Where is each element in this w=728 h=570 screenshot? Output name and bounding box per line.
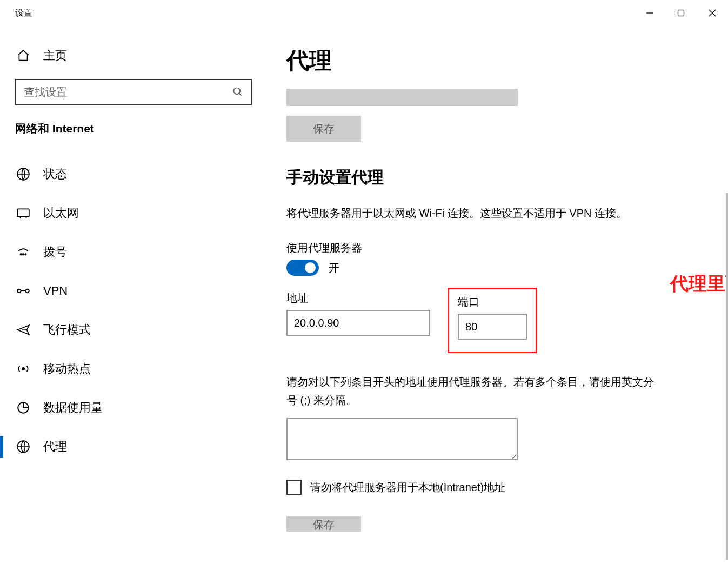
sidebar-item-label: 代理 <box>43 439 67 455</box>
address-label: 地址 <box>286 291 430 306</box>
search-box[interactable] <box>15 79 252 105</box>
close-icon <box>709 9 716 17</box>
save-button-bottom[interactable]: 保存 <box>286 516 361 532</box>
sidebar-item-label: 数据使用量 <box>43 400 103 416</box>
sidebar-item-label: VPN <box>43 284 68 298</box>
sidebar-item-label: 拨号 <box>43 244 67 260</box>
script-address-input-disabled <box>286 89 518 106</box>
hotspot-icon <box>16 362 30 376</box>
sidebar-item-dialup[interactable]: 拨号 <box>0 233 267 271</box>
close-button[interactable] <box>697 0 728 26</box>
content-scrollbar[interactable] <box>726 193 728 560</box>
local-bypass-label: 请勿将代理服务器用于本地(Intranet)地址 <box>310 480 505 495</box>
svg-point-4 <box>234 88 241 95</box>
svg-point-12 <box>25 289 29 293</box>
exclude-desc: 请勿对以下列条目开头的地址使用代理服务器。若有多个条目，请使用英文分号 (;) … <box>286 373 654 409</box>
use-proxy-toggle[interactable] <box>286 260 319 276</box>
sidebar-home-label: 主页 <box>43 48 67 64</box>
svg-rect-7 <box>17 209 29 216</box>
window-title: 设置 <box>15 8 32 19</box>
maximize-button[interactable] <box>665 0 697 26</box>
proxy-icon <box>16 440 30 454</box>
sidebar-item-status[interactable]: 状态 <box>0 155 267 194</box>
maximize-icon <box>677 9 685 17</box>
local-bypass-checkbox[interactable] <box>286 480 302 495</box>
port-label: 端口 <box>458 295 527 309</box>
minimize-button[interactable] <box>634 0 665 26</box>
port-annotation-highlight: 端口 <box>448 288 537 353</box>
sidebar-item-label: 移动热点 <box>43 361 91 377</box>
address-input[interactable] <box>286 310 430 336</box>
search-input[interactable] <box>24 86 232 98</box>
sidebar-item-ethernet[interactable]: 以太网 <box>0 194 267 233</box>
port-input[interactable] <box>458 314 527 340</box>
sidebar: 主页 网络和 Internet 状态 以太网 拨号 <box>0 26 267 570</box>
svg-rect-1 <box>678 10 684 16</box>
sidebar-item-vpn[interactable]: VPN <box>0 271 267 310</box>
sidebar-item-proxy[interactable]: 代理 <box>0 427 267 466</box>
search-icon <box>232 87 243 97</box>
save-button-top[interactable]: 保存 <box>286 116 361 142</box>
home-icon <box>16 49 30 63</box>
sidebar-item-label: 状态 <box>43 166 67 182</box>
page-title: 代理 <box>286 45 706 76</box>
minimize-icon <box>646 9 653 17</box>
sidebar-item-data-usage[interactable]: 数据使用量 <box>0 388 267 427</box>
sidebar-item-label: 飞行模式 <box>43 322 91 338</box>
exclude-input[interactable] <box>286 418 518 460</box>
toggle-knob <box>305 262 316 273</box>
svg-point-8 <box>20 254 22 255</box>
content-area: 代理 保存 手动设置代理 将代理服务器用于以太网或 Wi-Fi 连接。这些设置不… <box>267 26 728 570</box>
ethernet-icon <box>16 206 30 220</box>
status-icon <box>16 167 30 181</box>
manual-proxy-title: 手动设置代理 <box>286 167 706 189</box>
sidebar-item-airplane[interactable]: 飞行模式 <box>0 310 267 349</box>
sidebar-category: 网络和 Internet <box>0 121 267 155</box>
svg-line-5 <box>239 94 242 96</box>
svg-point-10 <box>25 254 26 255</box>
sidebar-item-hotspot[interactable]: 移动热点 <box>0 349 267 388</box>
toggle-state-label: 开 <box>329 261 339 275</box>
data-usage-icon <box>16 401 30 415</box>
sidebar-home[interactable]: 主页 <box>0 26 267 79</box>
save-button-top-label: 保存 <box>313 122 335 136</box>
svg-point-9 <box>23 254 24 255</box>
vpn-icon <box>16 284 30 298</box>
use-proxy-label: 使用代理服务器 <box>286 241 706 255</box>
annotation-overlay: 代理里面的端口改为80 <box>670 271 728 296</box>
airplane-icon <box>16 323 30 337</box>
sidebar-item-label: 以太网 <box>43 205 79 221</box>
save-button-bottom-label: 保存 <box>313 518 335 532</box>
window-controls <box>634 0 728 26</box>
svg-point-13 <box>22 368 24 370</box>
titlebar: 设置 <box>0 0 728 26</box>
manual-proxy-desc: 将代理服务器用于以太网或 Wi-Fi 连接。这些设置不适用于 VPN 连接。 <box>286 204 643 222</box>
dialup-icon <box>16 245 30 259</box>
svg-point-11 <box>17 289 21 293</box>
